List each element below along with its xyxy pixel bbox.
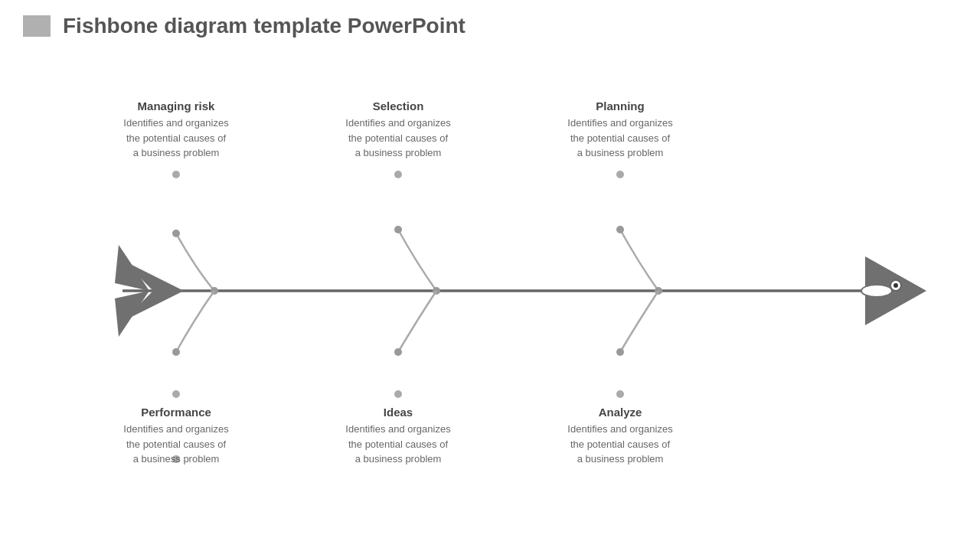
selection-title: Selection: [322, 99, 475, 112]
page-header: Fishbone diagram template PowerPoint: [0, 0, 980, 46]
svg-marker-3: [115, 291, 149, 337]
label-ideas: Ideas Identifies and organizesthe potent…: [322, 406, 475, 467]
svg-point-5: [861, 285, 892, 297]
label-analyze: Analyze Identifies and organizesthe pote…: [544, 406, 697, 467]
analyze-title: Analyze: [544, 406, 697, 419]
svg-point-24: [616, 171, 624, 178]
diagram-area: Managing risk Identifies and organizesth…: [0, 46, 980, 536]
svg-point-8: [172, 230, 180, 237]
label-performance: Performance Identifies and organizesthe …: [100, 406, 253, 467]
ideas-desc: Identifies and organizesthe potential ca…: [322, 422, 475, 467]
planning-title: Planning: [544, 99, 697, 112]
header-accent-bar: [23, 15, 51, 37]
page-title: Fishbone diagram template PowerPoint: [63, 14, 466, 38]
analyze-desc: Identifies and organizesthe potential ca…: [544, 422, 697, 467]
managing-risk-desc: Identifies and organizesthe potential ca…: [100, 116, 253, 161]
svg-point-15: [394, 348, 402, 356]
label-managing-risk: Managing risk Identifies and organizesth…: [100, 99, 253, 161]
performance-desc: Identifies and organizesthe potential ca…: [100, 422, 253, 467]
svg-point-19: [172, 390, 180, 398]
svg-marker-2: [115, 245, 149, 291]
svg-point-13: [394, 226, 402, 233]
svg-point-18: [616, 348, 624, 356]
planning-desc: Identifies and organizesthe potential ca…: [544, 116, 697, 161]
svg-point-23: [394, 171, 402, 178]
svg-point-11: [172, 348, 180, 356]
svg-point-21: [616, 390, 624, 398]
svg-point-16: [616, 226, 624, 233]
svg-point-20: [394, 390, 402, 398]
label-selection: Selection Identifies and organizesthe po…: [322, 99, 475, 161]
selection-desc: Identifies and organizesthe potential ca…: [322, 116, 475, 161]
label-planning: Planning Identifies and organizesthe pot…: [544, 99, 697, 161]
svg-point-22: [172, 171, 180, 178]
managing-risk-title: Managing risk: [100, 99, 253, 112]
ideas-title: Ideas: [322, 406, 475, 419]
performance-title: Performance: [100, 406, 253, 419]
svg-point-7: [893, 283, 898, 288]
